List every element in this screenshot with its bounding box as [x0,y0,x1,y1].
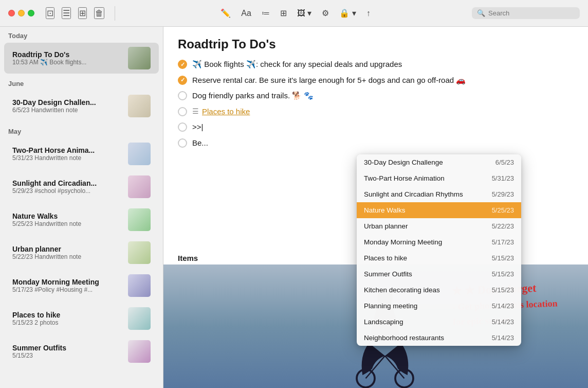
checklist-text-0: ✈️ Book flights ✈️: check for any specia… [192,59,402,70]
media-button[interactable]: 🖼 ▾ [297,8,311,18]
new-note-button[interactable]: ✏️ [220,8,231,18]
search-input[interactable] [488,9,571,17]
sidebar-item-subtitle: 5/31/23 Handwritten note [12,154,123,162]
autocomplete-item-10[interactable]: Landscaping 5/14/23 [357,314,521,330]
checklist-text-2: Dog friendly parks and trails. 🐕 🐾 [192,90,314,102]
sidebar-item-subtitle: 5/15/23 2 photos [12,319,123,326]
sidebar-thumb [128,340,151,363]
sidebar-item-title: Summer Outfits [12,344,123,352]
sidebar-item-title: Two-Part Horse Anima... [12,146,123,154]
sidebar-item-subtitle: 5/15/23 [12,352,123,359]
table-button[interactable]: ⊞ [280,8,287,18]
close-button[interactable] [8,10,15,16]
main-layout: Today Roadtrip To Do's 10:53 AM ✈️ Book … [0,27,588,388]
checklist-item-4: >>| [178,119,574,135]
sidebar-item-sunlight[interactable]: Sunlight and Circadian... 5/29/23 #schoo… [4,171,159,202]
link-icon: ☰ [192,106,199,117]
sidebar-item-design[interactable]: 30-Day Design Challen... 6/5/23 Handwrit… [4,91,159,121]
sidebar-item-meeting[interactable]: Monday Morning Meeting 5/17/23 #Policy #… [4,270,159,301]
autocomplete-item-9[interactable]: Planning meeting 5/14/23 [357,298,521,314]
sidebar-thumb [128,307,151,330]
checklist-item-1: Reserve rental car. Be sure it's large e… [178,73,574,89]
trash-button[interactable]: 🗑 [94,7,104,19]
sidebar-thumb [128,274,151,297]
sidebar-thumb [128,47,151,69]
search-box[interactable]: 🔍 [472,7,580,19]
sidebar-thumb [128,95,151,117]
toolbar-center: ✏️ Aa ≔ ⊞ 🖼 ▾ ⚙ 🔒 ▾ ↑ [125,8,466,18]
autocomplete-item-5[interactable]: Monday Morning Meeting 5/17/23 [357,234,521,250]
traffic-lights [8,10,34,16]
sidebar: Today Roadtrip To Do's 10:53 AM ✈️ Book … [0,27,163,388]
checklist-item-0: ✈️ Book flights ✈️: check for any specia… [178,57,574,73]
sidebar-item-subtitle: 5/17/23 #Policy #Housing #... [12,286,123,293]
toolbar-divider [115,6,115,21]
minimize-button[interactable] [18,10,25,16]
sidebar-item-title: 30-Day Design Challen... [12,98,123,107]
sidebar-thumb [128,241,151,264]
checkbox-1[interactable] [178,76,187,85]
autocomplete-item-4[interactable]: Urban planner 5/22/23 [357,218,521,234]
sidebar-item-title: Roadtrip To Do's [12,50,123,59]
share-button[interactable]: ↑ [366,9,371,18]
font-button[interactable]: Aa [241,9,251,18]
sidebar-item-subtitle: 5/29/23 #school #psycholo... [12,187,123,195]
note-content: Roadtrip To Do's ✈️ Book flights ✈️: che… [163,27,588,388]
sidebar-item-title: Urban planner [12,245,123,253]
note-title: Roadtrip To Do's [163,27,588,57]
sidebar-toggle-button[interactable]: ⊡ [46,7,54,19]
sidebar-section-may: May [0,122,163,137]
places-to-hike-link[interactable]: Places to hike [202,106,250,118]
autocomplete-item-2[interactable]: Sunlight and Circadian Rhythms 5/29/23 [357,186,521,202]
sidebar-item-subtitle: 10:53 AM ✈️ Book flights... [12,59,123,66]
sidebar-section-june: June [0,75,163,90]
checklist-item-3: ☰ Places to hike [178,104,574,120]
autocomplete-item-6[interactable]: Places to hike 5/15/23 [357,250,521,266]
checkbox-0[interactable] [178,60,187,69]
autocomplete-item-7[interactable]: Summer Outfits 5/15/23 [357,266,521,282]
sidebar-thumb [128,143,151,165]
checklist-item-5: Be... [178,135,574,151]
checkbox-3[interactable] [178,107,187,116]
lock-button[interactable]: 🔒 ▾ [339,8,356,18]
sidebar-item-outfits[interactable]: Summer Outfits 5/15/23 [4,336,159,367]
checklist-text-4: >>| [192,121,203,133]
sidebar-item-nature[interactable]: Nature Walks 5/25/23 Handwritten note [4,204,159,235]
fullscreen-button[interactable] [28,10,34,16]
sidebar-item-horse[interactable]: Two-Part Horse Anima... 5/31/23 Handwrit… [4,138,159,169]
sidebar-item-subtitle: 6/5/23 Handwritten note [12,107,123,114]
sidebar-item-urban[interactable]: Urban planner 5/22/23 Handwritten note [4,237,159,268]
checklist-text-1: Reserve rental car. Be sure it's large e… [192,75,466,86]
checklist-item-2: Dog friendly parks and trails. 🐕 🐾 [178,88,574,104]
titlebar: ⊡ ☰ ⊞ 🗑 ✏️ Aa ≔ ⊞ 🖼 ▾ ⚙ 🔒 ▾ ↑ 🔍 [0,0,588,27]
sidebar-item-subtitle: 5/25/23 Handwritten note [12,220,123,227]
autocomplete-item-3[interactable]: Nature Walks 5/25/23 [357,202,521,218]
sidebar-item-subtitle: 5/22/23 Handwritten note [12,253,123,260]
sidebar-item-title: Nature Walks [12,212,123,220]
sidebar-item-roadtrip[interactable]: Roadtrip To Do's 10:53 AM ✈️ Book flight… [4,43,159,74]
format-button[interactable]: ≔ [262,8,270,18]
autocomplete-item-8[interactable]: Kitchen decorating ideas 5/15/23 [357,282,521,298]
sidebar-thumb [128,208,151,231]
sidebar-section-today: Today [0,27,163,42]
checkbox-2[interactable] [178,91,187,100]
sidebar-item-places[interactable]: Places to hike 5/15/23 2 photos [4,303,159,334]
autocomplete-item-11[interactable]: Neighborhood restaurants 5/14/23 [357,330,521,346]
search-icon: 🔍 [477,9,485,17]
autocomplete-item-1[interactable]: Two-Part Horse Animation 5/31/23 [357,170,521,186]
autocomplete-dropdown: 30-Day Design Challenge 6/5/23 Two-Part … [357,154,521,346]
titlebar-icons: ⊡ ☰ ⊞ 🗑 [46,7,104,19]
collab-button[interactable]: ⚙ [322,8,329,18]
sidebar-item-title: Monday Morning Meeting [12,278,123,286]
checkbox-5[interactable] [178,138,187,148]
checklist-text-5: Be... [192,137,208,149]
sidebar-thumb [128,175,151,198]
autocomplete-item-0[interactable]: 30-Day Design Challenge 6/5/23 [357,154,521,170]
checkbox-4[interactable] [178,122,187,132]
list-view-button[interactable]: ☰ [62,7,71,19]
sidebar-item-title: Sunlight and Circadian... [12,179,123,187]
grid-view-button[interactable]: ⊞ [78,7,87,19]
sidebar-item-title: Places to hike [12,311,123,319]
